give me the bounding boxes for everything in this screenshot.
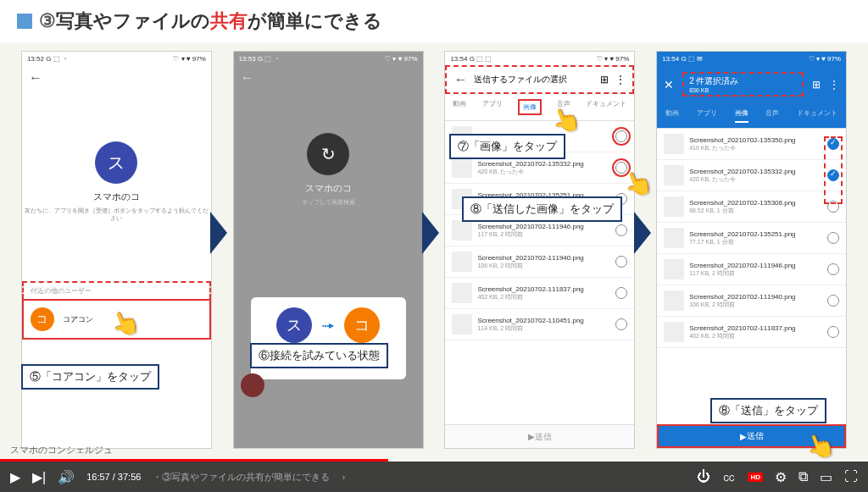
file-meta: 416 KB, たった今 xyxy=(689,144,822,152)
tab-app[interactable]: アプリ xyxy=(697,108,717,123)
avatar-a: ス xyxy=(276,307,312,343)
header-title: 送信するファイルの選択 xyxy=(474,74,593,86)
autoplay-toggle[interactable]: ⏻ xyxy=(697,469,710,484)
status-time: 13:54 xyxy=(662,55,679,63)
tab-video[interactable]: 動画 xyxy=(665,108,679,123)
title-pre: 写真やファイルの xyxy=(56,8,210,34)
user-name: コアコン xyxy=(63,314,93,325)
tab-image[interactable]: 画像 xyxy=(518,99,542,115)
file-name: Screenshot_20210702-135251.png xyxy=(689,230,822,238)
chevron-right-icon[interactable]: › xyxy=(342,472,345,482)
settings-icon[interactable]: ⚙ xyxy=(775,469,787,485)
watermark: スマホのコンシェルジュ xyxy=(10,444,113,456)
file-name: Screenshot_20210702-111837.png xyxy=(477,285,610,293)
next-icon[interactable]: ▶| xyxy=(32,469,46,485)
status-icons-right: ♡ ▾ ♥ 97% xyxy=(597,55,629,63)
tab-app[interactable]: アプリ xyxy=(482,99,503,115)
file-thumb xyxy=(664,290,684,311)
file-row[interactable]: Screenshot_20210702-111940.png106 KB, 2 … xyxy=(657,285,846,317)
avatar-b: コ xyxy=(344,307,380,343)
nearby-section-label: 付近の他のユーザー xyxy=(22,281,211,299)
file-meta: 77.17 KB, 1 分前 xyxy=(689,238,822,246)
file-name: Screenshot_20210702-111940.png xyxy=(689,293,822,301)
file-name: Screenshot_20210702-111946.png xyxy=(689,262,822,269)
file-row[interactable]: Screenshot_20210702-135308.png88.52 KB, … xyxy=(657,191,846,223)
tab-doc[interactable]: ドキュメント xyxy=(797,108,837,123)
file-radio[interactable] xyxy=(615,224,627,236)
phones-row: 13:52 G ⬚ ・ ♡ ▾ ♥ 97% ← ス スマホのコ 友だちに、アプリ… xyxy=(0,42,868,492)
send-label: 送信 xyxy=(747,430,764,442)
file-row[interactable]: Screenshot_20210702-111946.png117 KB, 2 … xyxy=(657,254,846,285)
file-radio[interactable] xyxy=(615,256,627,268)
file-thumb xyxy=(452,314,472,334)
tab-audio[interactable]: 音声 xyxy=(765,108,779,123)
user-avatar-dim xyxy=(241,373,264,397)
status-icons-right: ♡ ▾ ♥ 97% xyxy=(385,55,417,63)
file-radio[interactable] xyxy=(615,287,627,299)
user-avatar: コ xyxy=(31,307,54,331)
file-thumb xyxy=(452,220,472,240)
tab-video[interactable]: 動画 xyxy=(453,99,466,115)
file-meta: 114 KB, 2 時間前 xyxy=(477,324,610,333)
self-desc: 友だちに、アプリを開き［受信］ボタンをタップするよう頼んでください xyxy=(22,207,211,222)
back-icon[interactable]: ← xyxy=(29,70,42,86)
miniplayer-icon[interactable]: ⧉ xyxy=(798,469,808,484)
file-meta: 117 KB, 2 時間前 xyxy=(689,269,822,278)
grid-icon[interactable]: ⊞ xyxy=(812,79,821,91)
file-row[interactable]: Screenshot_20210702-111940.png106 KB, 2 … xyxy=(445,246,634,278)
file-row[interactable]: Screenshot_20210702-135332.png420 KB, たっ… xyxy=(657,160,846,191)
play-icon[interactable]: ▶ xyxy=(10,469,20,485)
send-label: 送信 xyxy=(535,431,552,443)
selection-highlight xyxy=(824,136,843,204)
file-row[interactable]: Screenshot_20210702-110451.png114 KB, 2 … xyxy=(445,309,634,340)
file-row[interactable]: Screenshot_20210702-135251.png77.17 KB, … xyxy=(657,223,846,254)
tab-doc[interactable]: ドキュメント xyxy=(586,99,626,115)
file-thumb xyxy=(664,165,684,185)
arrow-icon xyxy=(634,212,651,254)
file-radio[interactable] xyxy=(827,295,839,307)
send-button[interactable]: ▶ 送信 xyxy=(445,424,634,448)
status-icons-right: ♡ ▾ ♥ 97% xyxy=(173,55,205,63)
refresh-avatar[interactable]: ↻ xyxy=(307,133,349,175)
app-header: ← xyxy=(234,65,423,91)
status-time: 13:54 xyxy=(450,55,467,63)
self-name: スマホのコ xyxy=(22,191,211,203)
phone1-body: ス スマホのコ 友だちに、アプリを開き［受信］ボタンをタップするよう頼んでくださ… xyxy=(22,91,211,222)
file-thumb xyxy=(664,196,684,217)
grid-icon[interactable]: ⊞ xyxy=(600,74,609,86)
volume-icon[interactable]: 🔊 xyxy=(58,469,75,485)
file-thumb xyxy=(664,322,684,342)
tab-image[interactable]: 画像 xyxy=(735,108,748,123)
status-bar: 13:54 G ⬚ ⬚ ♡ ▾ ♥ 97% xyxy=(445,52,634,65)
video-controls: ▶ ▶| 🔊 16:57 / 37:56 ・③写真やファイルの共有が簡単にできる… xyxy=(0,462,868,492)
captions-icon[interactable]: ㏄ xyxy=(722,468,736,486)
phone-3: 13:54 G ⬚ ⬚ ♡ ▾ ♥ 97% ← 送信するファイルの選択 ⊞ ⋮ … xyxy=(444,51,635,449)
file-radio[interactable] xyxy=(827,326,839,338)
avatar-self: ス xyxy=(95,141,137,184)
file-radio[interactable] xyxy=(827,263,839,275)
fullscreen-icon[interactable]: ⛶ xyxy=(844,469,858,484)
status-bar: 13:54 G ⬚ ✉ ♡ ▾ ♥ 97% xyxy=(657,52,846,65)
arrow-icon xyxy=(210,212,227,254)
more-icon[interactable]: ⋮ xyxy=(615,74,626,86)
close-icon[interactable]: ✕ xyxy=(664,78,674,91)
connect-avatars: ス •••▶ コ xyxy=(261,307,396,343)
file-radio[interactable] xyxy=(615,318,627,330)
more-icon[interactable]: ⋮ xyxy=(829,79,839,91)
callout-6: ⑥接続を試みている状態 xyxy=(250,343,388,368)
file-name: Screenshot_20210702-135332.png xyxy=(689,168,822,175)
status-bar: 13:53 G ⬚ ・ ♡ ▾ ♥ 97% xyxy=(234,52,423,65)
selection-count: 2 件選択済み xyxy=(689,75,797,87)
file-radio[interactable] xyxy=(827,232,839,244)
back-icon[interactable]: ← xyxy=(453,72,467,87)
hd-badge[interactable]: HD xyxy=(748,473,763,482)
file-row[interactable]: Screenshot_20210702-135350.png416 KB, たっ… xyxy=(657,129,846,160)
slide: ③ 写真やファイルの 共有 が簡単にできる 13:52 G ⬚ ・ ♡ ▾ ♥ … xyxy=(0,0,868,492)
theater-icon[interactable]: ▭ xyxy=(820,469,832,485)
file-radio[interactable] xyxy=(615,130,627,142)
file-row[interactable]: Screenshot_20210702-111837.png402 KB, 2 … xyxy=(445,278,634,309)
file-meta: 88.52 KB, 1 分前 xyxy=(689,207,822,215)
back-icon[interactable]: ← xyxy=(241,70,254,86)
status-time: 13:53 xyxy=(239,55,256,63)
file-row[interactable]: Screenshot_20210702-111837.png402 KB, 2 … xyxy=(657,317,846,348)
